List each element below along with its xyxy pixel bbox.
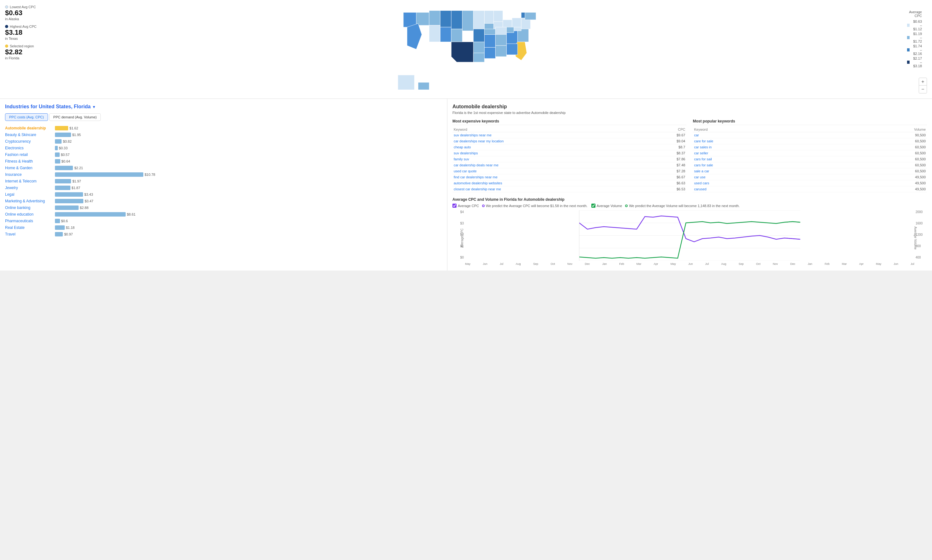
industry-row[interactable]: Automobile dealership $1.62 [5,125,442,131]
zoom-out-button[interactable]: − [919,86,927,93]
keywords-section: Most expensive keywords Keyword CPC suv … [452,119,927,192]
svg-marker-29 [418,82,429,90]
detail-panel: Automobile dealership Florida is the 1st… [448,99,932,271]
expensive-table: Keyword CPC suv dealerships near me$9.67… [452,127,687,192]
industry-bar-container: $0.82 [55,139,442,144]
industry-bar [55,179,71,183]
industry-row[interactable]: Travel $0.97 [5,231,442,237]
location-dropdown[interactable]: ▼ [92,105,96,109]
kw-name: closest car dealership near me [452,186,645,192]
industry-row[interactable]: Internet & Telecom $1.97 [5,178,442,184]
industry-name[interactable]: Home & Garden [5,166,52,170]
industry-name[interactable]: Online education [5,212,52,217]
industry-row[interactable]: Online banking $2.88 [5,205,442,211]
industry-row[interactable]: Legal $3.43 [5,192,442,197]
industry-bar [55,172,143,177]
industry-bar-container: $0.33 [55,146,442,150]
industry-name[interactable]: Legal [5,192,52,197]
industry-name[interactable]: Electronics [5,146,52,150]
svg-marker-30 [473,29,484,42]
industry-name[interactable]: Insurance [5,172,52,177]
popular-header-keyword: Keyword [693,127,834,132]
svg-marker-5 [440,27,451,42]
table-row: closest car dealership near me$6.53 [452,186,687,192]
industry-row[interactable]: Fashion retail $0.57 [5,152,442,157]
industry-row[interactable]: Real Estate $1.18 [5,225,442,231]
industry-row[interactable]: Beauty & Skincare $1.95 [5,132,442,138]
industry-name[interactable]: Automobile dealership [5,126,52,130]
expensive-title: Most expensive keywords [452,119,687,125]
industry-row[interactable]: Jewelry $1.87 [5,185,442,191]
industry-bar [55,225,65,230]
avg-cpc-checkbox[interactable] [452,204,457,208]
industry-name[interactable]: Internet & Telecom [5,179,52,183]
industry-bar-container: $1.62 [55,126,442,130]
kw-volume: 60,500 [834,144,927,150]
svg-marker-35 [473,53,484,62]
kw-name: used car quote [452,168,645,174]
kw-volume: 90,500 [834,132,927,138]
industry-name[interactable]: Cryptocurrency [5,139,52,144]
table-row: automotive dealership websites$6.63 [452,180,687,186]
industry-bar-container: $1.95 [55,132,442,137]
industry-name[interactable]: Marketing & Advertising [5,199,52,203]
zoom-in-button[interactable]: + [919,78,927,86]
industry-value: $8.61 [127,212,136,216]
kw-volume: 49,500 [834,186,927,192]
tab-ppc-demand[interactable]: PPC demand (Avg. Volume) [49,113,101,121]
svg-marker-17 [521,12,525,18]
svg-marker-27 [407,23,422,49]
kw-cpc: $7.86 [645,156,687,162]
kw-cpc: $8.7 [645,144,687,150]
industry-bar [55,206,78,210]
industry-row[interactable]: Cryptocurrency $0.82 [5,138,442,144]
legend-avg-cpc: Average CPC We predict the Average CPC w… [452,204,587,208]
table-row: cars for sale60,500 [693,162,927,168]
industry-name[interactable]: Pharmaceuticals [5,219,52,223]
industry-name[interactable]: Beauty & Skincare [5,132,52,137]
kw-name: carused [693,186,834,192]
industry-value: $0.6 [61,219,68,223]
kw-cpc: $6.63 [645,180,687,186]
kw-cpc: $7.28 [645,168,687,174]
industry-row[interactable]: Online education $8.61 [5,211,442,217]
industry-bar [55,132,71,137]
selected-label: Selected region [10,44,34,48]
table-row: cars for sail60,500 [693,156,927,162]
avg-vol-checkbox[interactable] [591,204,595,208]
y-axis-label-left: Average CPC [460,228,464,248]
industry-name[interactable]: Fashion retail [5,152,52,157]
industry-value: $10.78 [145,173,155,177]
us-map[interactable] [5,5,927,94]
svg-marker-32 [495,27,506,34]
kw-volume: 49,500 [834,174,927,180]
industry-bar [55,166,73,170]
industry-bar-container: $10.78 [55,172,442,177]
industry-row[interactable]: Insurance $10.78 [5,172,442,177]
tab-ppc-costs[interactable]: PPC costs (Avg. CPC) [5,113,48,121]
zoom-controls[interactable]: + − [919,78,927,94]
industry-name[interactable]: Online banking [5,206,52,210]
industry-name[interactable]: Fitness & Health [5,159,52,163]
predict-vol: We predict the Average Volume will becom… [629,204,740,208]
industry-bar-container: $2.21 [55,166,442,170]
svg-marker-37 [495,45,506,57]
industry-value: $0.82 [63,140,72,143]
industry-row[interactable]: Pharmaceuticals $0.6 [5,218,442,224]
industry-value: $3.47 [85,199,94,203]
industry-bar-container: $0.6 [55,219,442,223]
industry-row[interactable]: Fitness & Health $0.64 [5,158,442,164]
industry-value: $1.18 [66,226,75,229]
legend-dot-predict-cpc [482,205,484,207]
highest-label: Highest Avg CPC [10,25,37,28]
industry-name[interactable]: Real Estate [5,225,52,230]
cpc-range-2: $1.19 – $1.72 [911,32,922,43]
industry-name[interactable]: Travel [5,232,52,237]
industry-row[interactable]: Home & Garden $2.21 [5,165,442,171]
industry-name[interactable]: Jewelry [5,186,52,190]
svg-marker-33 [506,27,514,33]
industry-row[interactable]: Marketing & Advertising $3.47 [5,198,442,204]
svg-marker-7 [462,11,473,31]
industry-row[interactable]: Electronics $0.33 [5,145,442,151]
kw-name: sale a car [693,168,834,174]
